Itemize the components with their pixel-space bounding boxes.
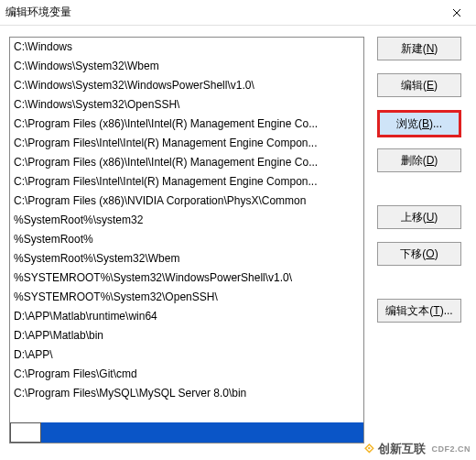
- list-item[interactable]: C:\Program Files (x86)\Intel\Intel(R) Ma…: [10, 115, 363, 134]
- list-item[interactable]: C:\Program Files (x86)\Intel\Intel(R) Ma…: [10, 153, 363, 172]
- watermark: ⟐ 创新互联 CDF2.CN: [364, 439, 471, 458]
- list-item[interactable]: %SystemRoot%: [10, 230, 363, 249]
- moveup-button[interactable]: 上移(U): [377, 205, 461, 229]
- list-item[interactable]: C:\Program Files\Intel\Intel(R) Manageme…: [10, 172, 363, 192]
- list-item[interactable]: C:\Windows\System32\OpenSSH\: [10, 95, 363, 115]
- new-button[interactable]: 新建(N): [377, 37, 461, 60]
- watermark-sub: CDF2.CN: [431, 444, 471, 454]
- edittext-button[interactable]: 编辑文本(T)...: [377, 299, 461, 323]
- list-item[interactable]: %SYSTEMROOT%\System32\OpenSSH\: [10, 288, 363, 307]
- accelerator-key: B: [422, 117, 429, 130]
- list-item[interactable]: D:\APP\: [10, 345, 363, 365]
- button-label: 删除: [401, 153, 423, 169]
- list-item[interactable]: D:\APP\Matlab\bin: [10, 326, 363, 345]
- browse-button[interactable]: 浏览(B)...: [377, 110, 461, 137]
- list-item[interactable]: C:\Program Files\Git\cmd: [10, 365, 363, 384]
- dialog-content: C:\Windows C:\Windows\System32\Wbem C:\W…: [0, 26, 476, 455]
- button-label: 浏览: [396, 116, 418, 132]
- accelerator-key: E: [427, 79, 434, 92]
- button-label: 上移: [401, 210, 423, 225]
- watermark-brand: 创新互联: [378, 441, 426, 457]
- edit-cell-input[interactable]: [41, 422, 363, 443]
- accelerator-key: O: [426, 247, 434, 260]
- list-item[interactable]: C:\Program Files (x86)\NVIDIA Corporatio…: [10, 192, 363, 211]
- list-item[interactable]: %SYSTEMROOT%\System32\WindowsPowerShell\…: [10, 268, 363, 288]
- spacer: [377, 185, 461, 205]
- watermark-logo-icon: ⟐: [364, 438, 374, 457]
- button-label: 新建: [401, 41, 423, 57]
- spacer: [377, 279, 461, 299]
- close-button[interactable]: [443, 0, 471, 26]
- delete-button[interactable]: 删除(D): [377, 148, 461, 172]
- accelerator-key: T: [433, 304, 439, 317]
- button-column: 新建(N) 编辑(E) 浏览(B)... 删除(D) 上移(U) 下移(O) 编…: [377, 37, 461, 444]
- accelerator-key: U: [427, 211, 435, 224]
- titlebar: 编辑环境变量: [0, 0, 476, 26]
- list-item[interactable]: C:\Windows: [10, 38, 363, 57]
- path-listbox[interactable]: C:\Windows C:\Windows\System32\Wbem C:\W…: [9, 37, 364, 444]
- button-label: 下移: [400, 246, 422, 262]
- new-item-editor[interactable]: [10, 422, 363, 443]
- list-item[interactable]: C:\Windows\System32\Wbem: [10, 57, 363, 76]
- list-item[interactable]: D:\APP\Matlab\runtime\win64: [10, 307, 363, 326]
- close-icon: [452, 5, 461, 20]
- list-item[interactable]: %SystemRoot%\system32: [10, 211, 363, 230]
- accelerator-key: D: [427, 154, 435, 167]
- list-item[interactable]: C:\Program Files\MySQL\MySQL Server 8.0\…: [10, 384, 363, 403]
- button-label: 编辑文本: [385, 303, 429, 319]
- list-item[interactable]: %SystemRoot%\System32\Wbem: [10, 249, 363, 268]
- accelerator-key: N: [427, 42, 435, 55]
- edit-button[interactable]: 编辑(E): [377, 73, 461, 97]
- list-item[interactable]: C:\Program Files\Intel\Intel(R) Manageme…: [10, 134, 363, 153]
- list-item[interactable]: C:\Windows\System32\WindowsPowerShell\v1…: [10, 76, 363, 95]
- button-label: 编辑: [401, 78, 423, 93]
- movedown-button[interactable]: 下移(O): [377, 242, 461, 266]
- window-title: 编辑环境变量: [5, 5, 443, 20]
- edit-cell-handle[interactable]: [10, 422, 41, 443]
